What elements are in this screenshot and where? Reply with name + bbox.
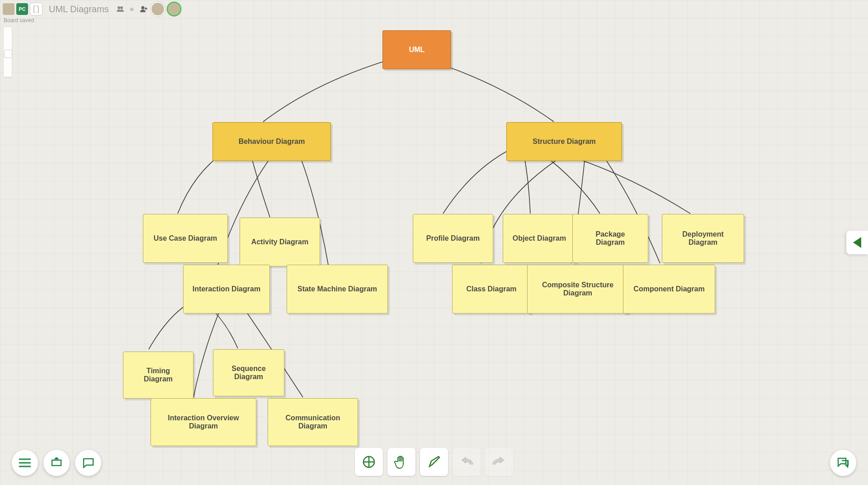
node-interaction-overview[interactable]: Interaction Overview Diagram [151,398,256,446]
node-label: Structure Diagram [533,138,596,146]
collaborator-avatar-1[interactable] [151,2,165,16]
bottom-center-toolbar [355,448,513,476]
chevron-left-icon[interactable]: « [127,4,137,14]
hand-tool[interactable] [387,448,415,476]
node-label: Behaviour Diagram [239,138,305,146]
node-package[interactable]: Package Diagram [572,214,648,263]
topbar: PC UML Diagrams « [3,2,181,16]
node-label: State Machine Diagram [297,285,377,293]
node-timing[interactable]: Timing Diagram [123,352,193,399]
node-class[interactable]: Class Diagram [452,265,531,314]
node-sequence[interactable]: Sequence Diagram [213,349,284,396]
node-label: Profile Diagram [426,234,480,242]
board-status: Board saved [4,17,34,24]
node-deployment[interactable]: Deployment Diagram [662,214,744,263]
node-uml[interactable]: UML [382,30,451,69]
board-title: UML Diagrams [49,4,109,14]
board-canvas[interactable]: UML Behaviour Diagram Structure Diagram … [0,0,868,485]
export-button[interactable] [43,450,70,476]
redo-button[interactable] [485,448,513,476]
node-label: Activity Diagram [251,238,308,246]
node-state-machine[interactable]: State Machine Diagram [287,265,388,314]
node-object[interactable]: Object Diagram [503,214,576,263]
node-use-case[interactable]: Use Case Diagram [143,214,228,263]
svg-point-2 [141,6,144,10]
node-label: Interaction Overview Diagram [159,414,248,430]
node-label: Timing Diagram [132,367,185,383]
node-composite[interactable]: Composite Structure Diagram [527,265,628,314]
menu-button[interactable] [12,450,38,476]
node-label: UML [409,46,425,54]
navigate-tool[interactable] [355,448,383,476]
node-label: Component Diagram [633,285,704,293]
node-label: Package Diagram [581,230,640,247]
draw-tool[interactable] [420,448,448,476]
collaborator-avatar-2[interactable] [167,2,181,16]
triangle-left-icon [853,237,861,248]
node-label: Use Case Diagram [154,234,217,242]
right-panel-toggle[interactable] [846,231,868,254]
node-label: Interaction Diagram [193,285,260,293]
group-icon[interactable] [115,4,125,14]
zoom-slider[interactable] [4,27,12,77]
node-label: Deployment Diagram [670,230,736,247]
node-label: Communication Diagram [276,414,349,430]
node-label: Class Diagram [466,285,516,293]
user-avatar-pc[interactable]: PC [16,3,28,15]
node-structure[interactable]: Structure Diagram [506,122,622,161]
undo-button[interactable] [453,448,481,476]
node-communication[interactable]: Communication Diagram [268,398,358,446]
node-profile[interactable]: Profile Diagram [413,214,493,263]
user-avatar-1[interactable] [3,3,14,15]
node-label: Sequence Diagram [222,365,276,381]
node-label: Object Diagram [513,234,566,242]
svg-point-1 [120,6,123,9]
chat-button[interactable] [830,450,856,476]
bottom-left-toolbar [12,450,101,476]
node-interaction[interactable]: Interaction Diagram [183,265,270,314]
file-icon[interactable] [30,3,42,15]
avatar-label: PC [19,6,25,12]
svg-point-0 [118,6,120,9]
zoom-slider-handle[interactable] [4,50,12,58]
node-component[interactable]: Component Diagram [623,265,715,314]
node-behaviour[interactable]: Behaviour Diagram [212,122,331,161]
add-user-icon[interactable] [139,4,149,14]
comment-button[interactable] [75,450,101,476]
node-activity[interactable]: Activity Diagram [240,218,320,266]
node-label: Composite Structure Diagram [536,281,620,297]
bottom-right-toolbar [830,450,856,476]
